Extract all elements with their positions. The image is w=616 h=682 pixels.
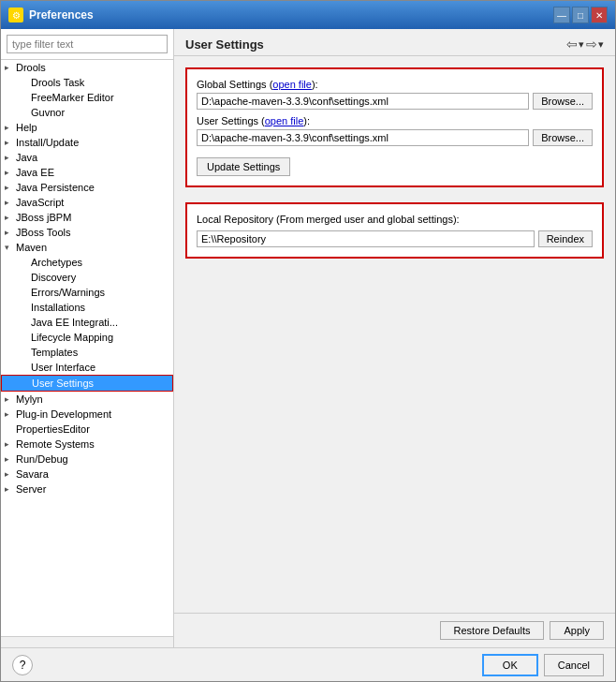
ok-button[interactable]: OK <box>482 654 538 676</box>
tree-item-label: Guvnor <box>31 107 65 118</box>
tree-item-label: Maven <box>16 242 47 253</box>
local-repo-section: Local Repository (From merged user and g… <box>185 202 604 259</box>
tree-arrow-icon: ▾ <box>5 243 16 252</box>
tree-item-maven[interactable]: ▾Maven <box>1 240 173 255</box>
apply-button[interactable]: Apply <box>550 621 604 640</box>
tree-item-java-persistence[interactable]: ▸Java Persistence <box>1 180 173 195</box>
tree-item-archetypes[interactable]: Archetypes <box>1 255 173 270</box>
tree-item-label: JBoss Tools <box>16 227 71 238</box>
tree-item-label: Remote Systems <box>16 438 95 450</box>
status-bar: ? OK Cancel <box>1 647 615 681</box>
title-bar: ⚙ Preferences — □ ✕ <box>1 1 615 29</box>
tree-item-errors-warnings[interactable]: Errors/Warnings <box>1 285 173 300</box>
cancel-button[interactable]: Cancel <box>544 654 604 676</box>
tree-area[interactable]: ▸DroolsDrools TaskFreeMarker EditorGuvno… <box>1 60 173 636</box>
local-repo-label: Local Repository (From merged user and g… <box>197 214 593 225</box>
global-settings-input-row: Browse... <box>197 93 593 110</box>
tree-arrow-icon: ▸ <box>5 123 16 132</box>
tree-arrow-icon: ▸ <box>5 213 16 222</box>
tree-item-help[interactable]: ▸Help <box>1 120 173 135</box>
tree-item-installations[interactable]: Installations <box>1 300 173 315</box>
tree-item-label: Install/Update <box>16 137 79 148</box>
tree-item-label: Java <box>16 152 37 163</box>
global-settings-path-input[interactable] <box>197 93 529 110</box>
user-open-file-link[interactable]: open file <box>265 115 304 126</box>
tree-item-run-debug[interactable]: ▸Run/Debug <box>1 452 173 467</box>
tree-item-label: Drools <box>16 62 46 73</box>
tree-item-drools-task[interactable]: Drools Task <box>1 75 173 90</box>
nav-back-dropdown-icon: ▾ <box>579 38 584 51</box>
tree-arrow-icon: ▸ <box>5 153 16 162</box>
tree-item-label: Discovery <box>31 272 76 283</box>
tree-item-label: Lifecycle Mapping <box>31 332 113 343</box>
tree-item-java[interactable]: ▸Java <box>1 150 173 165</box>
user-settings-path-input[interactable] <box>197 129 529 146</box>
tree-item-properties-editor[interactable]: PropertiesEditor <box>1 422 173 437</box>
restore-defaults-button[interactable]: Restore Defaults <box>440 621 545 640</box>
tree-item-jboss-jbpm[interactable]: ▸JBoss jBPM <box>1 210 173 225</box>
tree-item-install[interactable]: ▸Install/Update <box>1 135 173 150</box>
tree-item-label: Savara <box>16 468 49 480</box>
forward-arrow-icon: ⇨ <box>586 37 597 52</box>
tree-item-label: FreeMarker Editor <box>31 92 114 103</box>
local-repo-input-row: Reindex <box>197 230 593 247</box>
update-settings-button[interactable]: Update Settings <box>197 157 290 176</box>
global-user-settings-section: Global Settings (open file): Browse... U… <box>185 67 604 187</box>
window-icon: ⚙ <box>8 7 23 22</box>
tree-item-templates[interactable]: Templates <box>1 345 173 360</box>
nav-forward-button[interactable]: ⇨ ▾ <box>586 37 604 52</box>
search-box <box>1 29 173 60</box>
tree-arrow-icon: ▸ <box>5 168 16 177</box>
global-open-file-link[interactable]: open file <box>272 79 312 90</box>
tree-item-label: JBoss jBPM <box>16 212 71 223</box>
tree-item-guvnor[interactable]: Guvnor <box>1 105 173 120</box>
global-settings-label: Global Settings (open file): <box>197 79 593 90</box>
tree-item-label: JavaScript <box>16 197 64 208</box>
tree-item-drools[interactable]: ▸Drools <box>1 60 173 75</box>
user-settings-row: User Settings (open file): Browse... <box>197 115 593 146</box>
tree-arrow-icon: ▸ <box>5 228 16 237</box>
tree-item-plugin-development[interactable]: ▸Plug-in Development <box>1 407 173 422</box>
tree-item-mylyn[interactable]: ▸Mylyn <box>1 392 173 407</box>
tree-item-server[interactable]: ▸Server <box>1 482 173 497</box>
tree-item-javascript[interactable]: ▸JavaScript <box>1 195 173 210</box>
reindex-button[interactable]: Reindex <box>538 230 593 247</box>
local-repo-path-input[interactable] <box>197 230 535 247</box>
maximize-button[interactable]: □ <box>572 7 589 23</box>
minimize-button[interactable]: — <box>553 7 570 23</box>
tree-arrow-icon: ▸ <box>5 454 16 464</box>
user-settings-input-row: Browse... <box>197 129 593 146</box>
global-browse-button[interactable]: Browse... <box>533 93 593 110</box>
tree-arrow-icon: ▸ <box>5 439 16 449</box>
tree-item-savara[interactable]: ▸Savara <box>1 467 173 482</box>
sidebar-scrollbar[interactable] <box>1 636 173 647</box>
tree-item-label: PropertiesEditor <box>16 423 90 435</box>
tree-item-discovery[interactable]: Discovery <box>1 270 173 285</box>
back-arrow-icon: ⇦ <box>566 37 578 52</box>
tree-item-java-ee-integration[interactable]: Java EE Integrati... <box>1 315 173 330</box>
tree-item-label: Server <box>16 483 46 495</box>
tree-item-remote-systems[interactable]: ▸Remote Systems <box>1 437 173 452</box>
tree-item-lifecycle-mapping[interactable]: Lifecycle Mapping <box>1 330 173 345</box>
tree-item-user-settings[interactable]: User Settings <box>1 375 173 392</box>
main-content: ▸DroolsDrools TaskFreeMarker EditorGuvno… <box>1 29 615 647</box>
help-button[interactable]: ? <box>12 655 33 675</box>
tree-arrow-icon: ▸ <box>5 183 16 192</box>
user-settings-label: User Settings (open file): <box>197 115 593 126</box>
tree-item-label: Run/Debug <box>16 453 68 465</box>
search-input[interactable] <box>7 35 168 53</box>
tree-item-jboss-tools[interactable]: ▸JBoss Tools <box>1 225 173 240</box>
close-button[interactable]: ✕ <box>591 7 608 23</box>
tree-item-java-ee[interactable]: ▸Java EE <box>1 165 173 180</box>
user-browse-button[interactable]: Browse... <box>533 129 593 146</box>
tree-item-freemarker[interactable]: FreeMarker Editor <box>1 90 173 105</box>
nav-forward-dropdown-icon: ▾ <box>598 38 604 51</box>
tree-arrow-icon: ▸ <box>5 394 16 404</box>
tree-arrow-icon: ▸ <box>5 409 16 419</box>
tree-item-label: Help <box>16 122 37 133</box>
tree-item-user-interface[interactable]: User Interface <box>1 360 173 375</box>
tree-arrow-icon: ▸ <box>5 469 16 479</box>
nav-arrows: ⇦ ▾ ⇨ ▾ <box>566 37 604 52</box>
preferences-window: ⚙ Preferences — □ ✕ ▸DroolsDrools TaskFr… <box>0 0 616 682</box>
nav-back-button[interactable]: ⇦ ▾ <box>566 37 584 52</box>
